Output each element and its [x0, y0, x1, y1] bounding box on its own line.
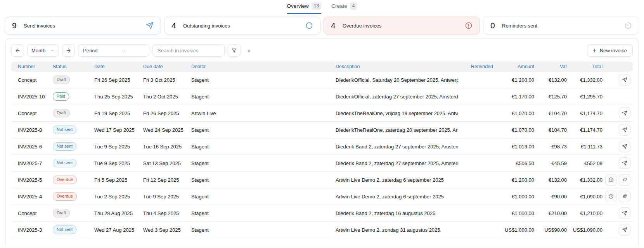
cell-total: €1,332.00	[567, 177, 602, 183]
payment-button[interactable]	[619, 174, 630, 186]
tab-bar: Overview 13 Create 4	[0, 0, 644, 13]
header-status[interactable]: Status	[53, 64, 94, 69]
coins-icon	[622, 194, 627, 199]
invoice-row[interactable]: INV2025-3 Not sent Wed 27 Aug 2025 Wed 3…	[11, 222, 633, 238]
cell-description: DiederikOfficial, Saturday 20 September …	[336, 77, 458, 83]
summary-card-label: Reminders sent	[502, 23, 537, 29]
invoice-row[interactable]: INV2025-10 Paid Thu 25 Sep 2025 Thu 2 Oc…	[11, 88, 633, 105]
previous-period-button[interactable]	[11, 44, 24, 57]
send-invoice-button[interactable]	[619, 124, 630, 136]
cell-vat: €98.73	[534, 144, 567, 150]
period-range-input[interactable]: Period –	[78, 44, 149, 57]
cell-due-date: Fri 26 Sep 2025	[143, 110, 191, 116]
header-total[interactable]: Total	[567, 64, 602, 69]
invoice-row[interactable]: INV2025-5 Overdue Fri 5 Sep 2025 Fri 12 …	[11, 172, 633, 188]
header-debtor[interactable]: Debtor	[191, 64, 336, 69]
send-icon	[622, 210, 627, 216]
cell-description: Diederik Band 2, zaterdag 27 september 2…	[336, 160, 458, 166]
invoice-row[interactable]: Concept Draft Fri 19 Sep 2025 Fri 26 Sep…	[11, 105, 633, 122]
send-icon	[622, 77, 627, 83]
cell-date: Wed 17 Sep 2025	[94, 127, 143, 133]
circle-icon	[305, 22, 313, 29]
status-badge: Draft	[53, 109, 70, 117]
row-actions	[602, 124, 633, 136]
cell-total: €1,332.00	[567, 77, 602, 83]
payment-button[interactable]	[619, 191, 630, 202]
invoices-panel: Month Period – × + New invoice Number St…	[5, 38, 639, 245]
status-badge: Draft	[53, 209, 70, 217]
header-vat[interactable]: Vat	[534, 64, 567, 69]
header-number[interactable]: Number	[18, 64, 53, 69]
send-invoice-button[interactable]	[619, 141, 630, 152]
summary-card-label: Outstanding invoices	[183, 23, 230, 29]
clear-filters-button[interactable]: ×	[244, 44, 254, 57]
send-icon	[146, 22, 154, 29]
cell-date: Thu 28 Aug 2025	[94, 210, 143, 216]
cell-number: INV2025-10	[18, 94, 53, 100]
tab-overview-count-badge: 13	[312, 2, 321, 10]
clock-icon	[608, 177, 614, 183]
header-amount[interactable]: Amount	[493, 64, 534, 69]
send-invoice-button[interactable]	[619, 74, 630, 86]
row-actions	[602, 74, 633, 86]
cell-vat: €132.00	[534, 77, 567, 83]
next-period-button[interactable]	[62, 44, 75, 57]
filter-button[interactable]	[228, 44, 241, 57]
month-select[interactable]: Month	[27, 44, 59, 57]
summary-card-label: Send invoices	[24, 23, 55, 29]
table-body: Concept Draft Fri 26 Sep 2025 Fri 3 Oct …	[11, 72, 633, 238]
status-badge: Not sent	[53, 226, 76, 234]
cell-number: Concept	[18, 77, 53, 83]
cell-total: €1,295.70	[567, 94, 602, 100]
reminder-button[interactable]	[605, 174, 617, 186]
search-input[interactable]	[152, 44, 225, 57]
header-description[interactable]: Description	[336, 64, 458, 69]
invoice-row[interactable]: INV2025-4 Overdue Tue 2 Sep 2025 Tue 9 S…	[11, 188, 633, 205]
reminder-button[interactable]	[605, 191, 617, 202]
alert-circle-icon	[465, 22, 473, 29]
row-actions	[602, 224, 633, 236]
send-icon	[622, 227, 627, 232]
cell-total: €1,111.73	[567, 144, 602, 150]
tab-create[interactable]: Create 4	[331, 2, 357, 14]
send-invoice-button[interactable]	[619, 207, 630, 219]
tab-create-count-badge: 4	[350, 2, 357, 10]
cell-amount: €1,170.00	[493, 94, 534, 100]
invoice-row[interactable]: Concept Draft Thu 28 Aug 2025 Thu 4 Sep …	[11, 205, 633, 222]
invoice-row[interactable]: INV2025-8 Not sent Wed 17 Sep 2025 Wed 2…	[11, 122, 633, 138]
coins-icon	[622, 177, 627, 183]
send-invoice-button[interactable]	[619, 157, 630, 169]
status-badge: Overdue	[53, 192, 77, 201]
invoice-row[interactable]: Concept Draft Fri 26 Sep 2025 Fri 3 Oct …	[11, 72, 633, 88]
clock-icon	[608, 194, 614, 199]
cell-vat: €104.70	[534, 110, 567, 116]
summary-card-value: 4	[331, 21, 337, 30]
summary-card-reminders-sent[interactable]: 0 Reminders sent	[483, 17, 639, 34]
invoice-row[interactable]: INV2025-7 Not sent Tue 9 Sep 2025 Sat 13…	[11, 155, 633, 172]
period-label: Period	[83, 48, 98, 53]
cell-due-date: Sat 13 Sep 2025	[143, 160, 191, 166]
status-badge: Overdue	[53, 176, 77, 184]
summary-card-send-invoices[interactable]: 9 Send invoices	[5, 17, 161, 34]
send-icon	[622, 110, 627, 116]
tab-overview[interactable]: Overview 13	[287, 2, 322, 14]
tab-create-label: Create	[331, 3, 347, 9]
summary-card-outstanding-invoices[interactable]: 4 Outstanding invoices	[164, 17, 320, 34]
header-due-date[interactable]: Due date	[143, 64, 191, 69]
cell-vat: €104.70	[534, 127, 567, 133]
send-invoice-button[interactable]	[619, 224, 630, 236]
header-reminded[interactable]: Reminded	[458, 64, 493, 69]
invoice-row[interactable]: INV2025-6 Not sent Tue 9 Sep 2025 Tue 16…	[11, 138, 633, 155]
cell-number: INV2025-3	[18, 227, 53, 233]
cell-date: Tue 9 Sep 2025	[94, 160, 143, 166]
cell-date: Fri 5 Sep 2025	[94, 177, 143, 183]
cell-total: €552.09	[567, 160, 602, 166]
new-invoice-button[interactable]: + New invoice	[587, 44, 633, 57]
cell-due-date: Wed 3 Sep 2025	[143, 227, 191, 233]
status-badge: Paid	[53, 92, 69, 101]
send-invoice-button[interactable]	[619, 107, 630, 119]
cell-amount: €1,000.00	[493, 194, 534, 200]
header-date[interactable]: Date	[94, 64, 143, 69]
summary-card-overdue-invoices[interactable]: 4 Overdue invoices	[324, 17, 480, 34]
summary-card-value: 4	[171, 21, 178, 30]
